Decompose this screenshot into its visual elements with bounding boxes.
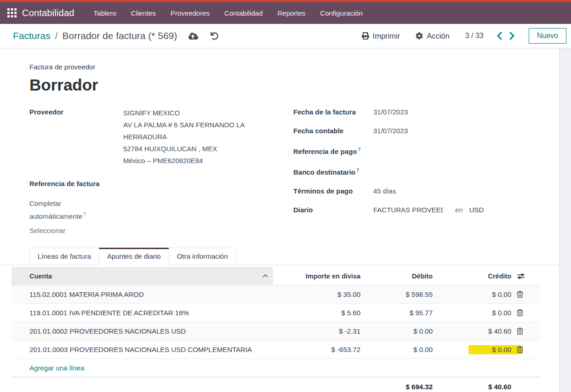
autocompletar-label: Completar automáticamente? — [29, 198, 112, 222]
delete-row-icon[interactable] — [511, 291, 540, 298]
optional-columns-icon[interactable] — [511, 273, 540, 279]
breadcrumb-separator: / — [55, 30, 58, 41]
apps-grid-icon[interactable] — [7, 8, 17, 17]
terminos-pago-label: Términos de pago — [293, 186, 373, 196]
form-sheet: Factura de proveedor Borrador Proveedor … — [0, 48, 560, 392]
print-button[interactable]: Imprimir — [362, 32, 400, 40]
fecha-contable-label: Fecha contable — [293, 126, 373, 136]
proveedor-field[interactable]: SIGNIFY MEXICO AV LA PALMA # 6 SAN FERNA… — [123, 107, 252, 167]
main-navbar: Contabilidad Tablero Clientes Proveedore… — [0, 2, 571, 24]
nav-item-clientes[interactable]: Clientes — [124, 2, 163, 24]
nav-item-contabilidad[interactable]: Contabilidad — [217, 2, 270, 24]
nav-item-reportes[interactable]: Reportes — [270, 2, 313, 24]
breadcrumb-parent-link[interactable]: Facturas — [13, 30, 51, 41]
delete-row-icon[interactable] — [511, 328, 540, 335]
record-pager: 3 / 33 — [465, 32, 519, 40]
nav-item-configuracion[interactable]: Configuración — [313, 2, 370, 24]
cell-credito[interactable]: $ 40.60 — [488, 327, 511, 335]
terminos-pago-field[interactable]: 45 días — [373, 186, 396, 196]
column-header-cuenta[interactable]: Cuenta — [11, 267, 273, 285]
nav-menu: Tablero Clientes Proveedores Contabilida… — [86, 2, 370, 24]
fecha-factura-label: Fecha de la factura — [293, 107, 373, 117]
new-button[interactable]: Nuevo — [529, 28, 566, 44]
tab-lineas-de-factura[interactable]: Líneas de factura — [29, 248, 99, 265]
action-menu-button[interactable]: Acción — [416, 32, 450, 40]
referencia-pago-label: Referencia de pago? — [293, 145, 373, 156]
cell-cuenta[interactable]: 119.01.0001 IVA PENDIENTE DE ACREDITAR 1… — [11, 309, 273, 317]
cell-credito[interactable]: $ 0.00 — [492, 290, 511, 298]
proveedor-address-line2: 52784 HUIXQUILUCAN , MEX — [123, 143, 252, 155]
autocompletar-select-field[interactable]: Seleccionar — [29, 226, 65, 235]
total-debito: $ 694.32 — [360, 383, 433, 391]
cell-debito[interactable]: $ 0.00 — [360, 327, 433, 335]
help-icon[interactable]: ? — [356, 168, 359, 173]
notebook-tabs: Líneas de factura Apuntes de diario Otra… — [0, 248, 559, 265]
page-title: Borrador — [29, 75, 541, 95]
cell-importe[interactable]: $ 35.00 — [273, 290, 360, 298]
save-cloud-icon[interactable] — [188, 32, 199, 40]
column-header-importe[interactable]: Importe en divisa — [273, 273, 360, 280]
total-credito: $ 40.60 — [433, 383, 511, 391]
cell-credito[interactable]: $ 0.00 — [492, 346, 511, 353]
diario-currency-field[interactable]: USD — [469, 205, 484, 215]
app-name[interactable]: Contabilidad — [22, 8, 74, 18]
column-header-credito[interactable]: Crédito — [433, 273, 511, 280]
journal-items-table: Cuenta Importe en divisa Débito Crédito — [11, 267, 540, 392]
pager-next-icon[interactable] — [506, 32, 519, 40]
table-header-row: Cuenta Importe en divisa Débito Crédito — [11, 267, 540, 285]
table-totals-row: $ 694.32 $ 40.60 — [11, 377, 540, 392]
proveedor-address-line3: México – PME620620E84 — [123, 155, 252, 167]
breadcrumb-current: Borrador de factura (* 569) — [63, 30, 177, 41]
table-row[interactable]: 201.01.0002 PROVEEDORES NACIONALES USD $… — [11, 322, 540, 341]
delete-row-icon[interactable] — [511, 309, 540, 316]
cell-debito[interactable]: $ 95.77 — [360, 309, 433, 317]
nav-item-proveedores[interactable]: Proveedores — [163, 2, 217, 24]
printer-icon — [362, 32, 369, 40]
cell-importe[interactable]: $ 5.60 — [273, 309, 360, 317]
cell-credito[interactable]: $ 0.00 — [492, 309, 511, 317]
diario-label: Diario — [293, 205, 373, 215]
document-type-label: Factura de proveedor — [29, 63, 541, 71]
control-panel: Facturas / Borrador de factura (* 569) I… — [0, 24, 571, 48]
discard-undo-icon[interactable] — [211, 32, 218, 40]
sort-asc-icon — [262, 274, 268, 278]
cell-importe[interactable]: $ -2.31 — [273, 327, 360, 335]
fecha-contable-field[interactable]: 31/07/2023 — [373, 126, 408, 136]
print-label: Imprimir — [373, 32, 400, 40]
help-icon[interactable]: ? — [83, 212, 86, 217]
cell-importe[interactable]: $ -653.72 — [273, 346, 360, 353]
tab-apuntes-de-diario[interactable]: Apuntes de diario — [99, 248, 169, 265]
nav-item-tablero[interactable]: Tablero — [86, 2, 124, 24]
cell-cuenta[interactable]: 115.02.0001 MATERIA PRIMA AROD — [11, 290, 273, 298]
proveedor-address-line1: AV LA PALMA # 6 SAN FERNANDO LA HERRADUR… — [123, 119, 252, 143]
proveedor-label: Proveedor — [29, 107, 123, 167]
column-header-debito[interactable]: Débito — [360, 273, 433, 280]
table-row[interactable]: 115.02.0001 MATERIA PRIMA AROD $ 35.00 $… — [11, 285, 540, 304]
cell-cuenta[interactable]: 201.01.0003 PROVEEDORES NACIONALES USD C… — [11, 346, 273, 353]
cell-debito[interactable]: $ 0.00 — [360, 346, 433, 353]
tab-otra-informacion[interactable]: Otra información — [169, 248, 236, 265]
gear-icon — [416, 32, 423, 40]
diario-field[interactable]: FACTURAS PROVEED — [373, 205, 443, 215]
cell-debito[interactable]: $ 598.55 — [360, 290, 433, 298]
add-line-row: Agregar una línea — [11, 359, 540, 377]
fecha-factura-field[interactable]: 31/07/2023 — [373, 107, 408, 117]
action-label: Acción — [427, 32, 450, 40]
cell-cuenta[interactable]: 201.01.0002 PROVEEDORES NACIONALES USD — [11, 327, 273, 335]
referencia-factura-label: Referencia de factura — [29, 179, 123, 188]
banco-destinatario-label: Banco destinatario? — [293, 165, 373, 177]
pager-count: 3 / 33 — [465, 32, 484, 40]
help-icon[interactable]: ? — [358, 147, 360, 152]
diario-en-text: en — [455, 205, 463, 215]
table-row[interactable]: 119.01.0001 IVA PENDIENTE DE ACREDITAR 1… — [11, 304, 540, 322]
page-background-gutter — [560, 48, 571, 392]
breadcrumb: Facturas / Borrador de factura (* 569) — [13, 30, 177, 41]
proveedor-name[interactable]: SIGNIFY MEXICO — [123, 107, 252, 119]
table-row[interactable]: 201.01.0003 PROVEEDORES NACIONALES USD C… — [11, 341, 540, 359]
add-line-link[interactable]: Agregar una línea — [29, 364, 84, 372]
pager-previous-icon[interactable] — [493, 32, 506, 40]
